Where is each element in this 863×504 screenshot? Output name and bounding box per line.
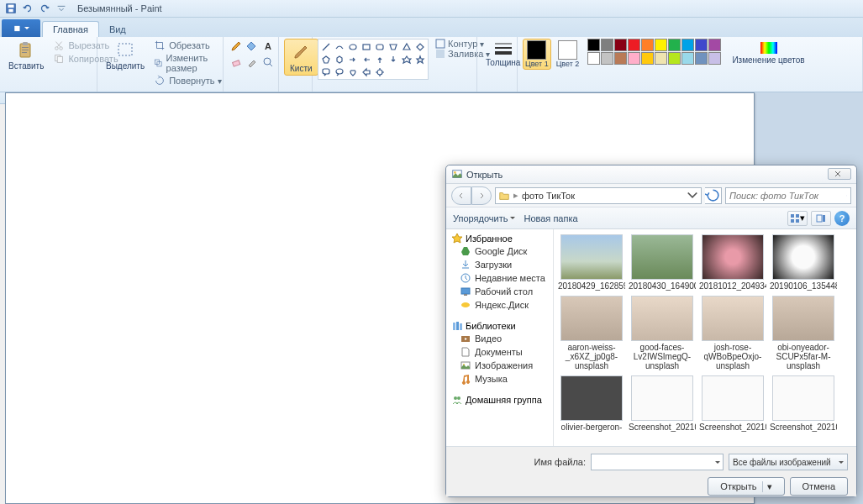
palette-swatch[interactable] — [695, 52, 708, 65]
zoom-tool[interactable] — [260, 55, 276, 70]
nav-desktop[interactable]: Рабочий стол — [448, 285, 551, 298]
file-label: 20180429_162859 — [558, 281, 625, 291]
nav-music[interactable]: Музыка — [448, 372, 551, 386]
file-item[interactable]: Screenshot_20210 — [628, 375, 697, 432]
nav-favorites[interactable]: Избранное — [448, 233, 551, 244]
paste-button[interactable]: Вставить — [5, 39, 47, 72]
copy-button[interactable]: Копировать — [50, 52, 121, 66]
pencil-tool[interactable] — [229, 39, 244, 54]
rotate-button[interactable]: Повернуть ▾ — [150, 74, 225, 87]
organize-button[interactable]: Упорядочить — [453, 213, 515, 223]
svg-marker-59 — [461, 247, 470, 255]
palette-swatch[interactable] — [668, 39, 681, 51]
svg-marker-28 — [403, 44, 410, 50]
help-button[interactable]: ? — [834, 211, 850, 226]
nav-videos[interactable]: Видео — [448, 332, 551, 345]
fill-tool[interactable] — [245, 39, 260, 54]
group-size: Толщина — [477, 37, 518, 92]
forward-button[interactable] — [471, 186, 492, 205]
palette-swatch[interactable] — [655, 52, 667, 65]
color1-button[interactable]: Цвет 1 — [523, 39, 551, 70]
qat-dropdown-icon[interactable] — [54, 1, 69, 16]
nav-gdisk[interactable]: Google Диск — [448, 244, 551, 258]
file-item[interactable]: 20180429_162859 — [557, 234, 626, 291]
palette-swatch[interactable] — [628, 52, 640, 65]
undo-icon[interactable] — [20, 1, 35, 16]
palette-swatch[interactable] — [601, 52, 613, 65]
file-label: 20190106_135448 — [770, 281, 837, 291]
nav-downloads[interactable]: Загрузки — [448, 258, 551, 271]
file-item[interactable]: 20180430_164900 — [628, 234, 697, 291]
views-button[interactable]: ▾ — [787, 211, 808, 226]
svg-rect-1 — [8, 5, 14, 8]
crop-button[interactable]: Обрезать — [150, 39, 225, 52]
palette-swatch[interactable] — [601, 39, 613, 51]
nav-homegroup[interactable]: Домашняя группа — [448, 394, 551, 406]
nav-pictures[interactable]: Изображения — [448, 359, 551, 372]
file-list[interactable]: 20180429_16285920180430_16490020181012_2… — [554, 229, 856, 446]
svg-rect-62 — [464, 294, 467, 296]
address-bar[interactable]: ▸ фото ТикТок — [495, 187, 702, 204]
search-box[interactable] — [725, 187, 851, 204]
palette-swatch[interactable] — [708, 52, 721, 65]
file-item[interactable]: aaron-weiss-_x6XZ_jp0g8-unsplash — [557, 296, 626, 370]
color2-button[interactable]: Цвет 2 — [554, 39, 582, 70]
navigation-pane[interactable]: Избранное Google Диск Загрузки Недавние … — [446, 229, 554, 446]
cancel-button[interactable]: Отмена — [790, 477, 848, 496]
palette-swatch[interactable] — [708, 39, 721, 51]
back-button[interactable] — [451, 186, 471, 205]
text-tool[interactable]: A — [260, 39, 276, 54]
close-button[interactable] — [828, 168, 851, 180]
palette-swatch[interactable] — [695, 39, 708, 51]
palette-swatch[interactable] — [641, 39, 654, 51]
group-clipboard: Вставить Вырезать Копировать — [0, 37, 97, 92]
edit-colors-button[interactable]: Изменение цветов — [727, 39, 809, 66]
svg-marker-30 — [323, 56, 329, 63]
palette-swatch[interactable] — [655, 39, 667, 51]
file-item[interactable]: olivier-bergeron- — [557, 375, 626, 432]
file-thumbnail — [702, 296, 764, 341]
palette-swatch[interactable] — [587, 52, 600, 65]
file-item[interactable]: josh-rose-qWBoBpeOxjo-unsplash — [698, 296, 767, 370]
nav-documents[interactable]: Документы — [448, 345, 551, 359]
file-label: 20180430_164900 — [629, 281, 696, 291]
open-button[interactable]: Открыть▾ — [708, 477, 784, 496]
palette-swatch[interactable] — [614, 39, 627, 51]
nav-recent[interactable]: Недавние места — [448, 271, 551, 285]
save-icon[interactable] — [3, 1, 18, 16]
tab-view[interactable]: Вид — [99, 22, 136, 37]
file-item[interactable]: 20190106_135448 — [769, 234, 838, 291]
tab-home[interactable]: Главная — [42, 21, 99, 37]
file-item[interactable]: good-faces-Lv2IWSImegQ-unsplash — [628, 296, 697, 370]
palette-swatch[interactable] — [587, 39, 600, 51]
picker-tool[interactable] — [245, 55, 260, 70]
palette-swatch[interactable] — [681, 52, 694, 65]
file-item[interactable]: Screenshot_20210 — [769, 375, 838, 432]
search-input[interactable] — [729, 191, 846, 201]
new-folder-button[interactable]: Новая папка — [524, 213, 577, 223]
file-item[interactable]: Screenshot_20210 — [698, 375, 767, 432]
svg-point-35 — [377, 70, 382, 75]
file-item[interactable]: obi-onyeador-SCUPx5far-M-unsplash — [769, 296, 838, 370]
file-item[interactable]: 20181012_204934 — [698, 234, 767, 291]
preview-pane-button[interactable] — [811, 211, 831, 226]
palette-swatch[interactable] — [628, 39, 640, 51]
color-palette[interactable] — [587, 39, 721, 65]
palette-swatch[interactable] — [668, 52, 681, 65]
cut-button[interactable]: Вырезать — [50, 39, 121, 52]
resize-button[interactable]: Изменить размер — [150, 52, 225, 74]
palette-swatch[interactable] — [614, 52, 627, 65]
address-dropdown[interactable] — [687, 190, 698, 202]
nav-yadisk[interactable]: Яндекс.Диск — [448, 298, 551, 312]
svg-point-47 — [454, 171, 456, 174]
nav-libraries[interactable]: Библиотеки — [448, 320, 551, 332]
palette-swatch[interactable] — [681, 39, 694, 51]
file-tab[interactable] — [2, 19, 40, 37]
shapes-gallery[interactable] — [318, 39, 429, 80]
palette-swatch[interactable] — [641, 52, 654, 65]
redo-icon[interactable] — [37, 1, 52, 16]
eraser-tool[interactable] — [229, 55, 244, 70]
refresh-button[interactable] — [705, 187, 722, 204]
filename-input[interactable] — [591, 454, 724, 470]
file-type-filter[interactable]: Все файлы изображений — [729, 454, 848, 470]
